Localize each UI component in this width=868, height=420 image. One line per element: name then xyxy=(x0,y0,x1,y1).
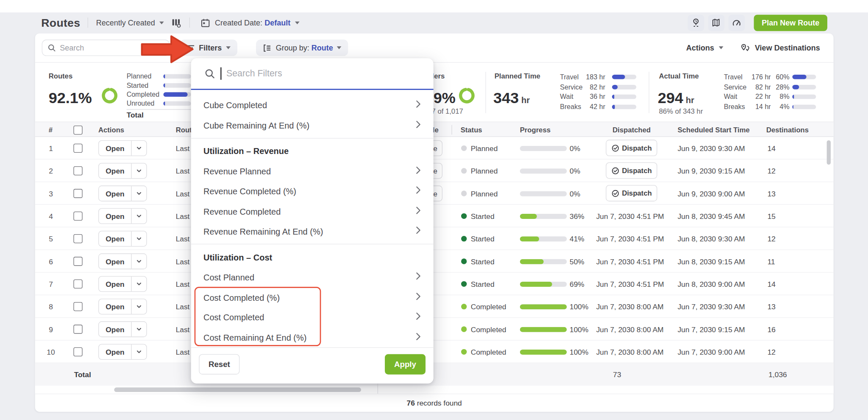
open-button-group: Open xyxy=(98,140,147,156)
row-checkbox[interactable] xyxy=(73,189,82,198)
actions-dropdown[interactable]: Actions xyxy=(686,44,723,52)
filters-button-label: Filters xyxy=(199,44,222,52)
open-button[interactable]: Open xyxy=(99,189,131,198)
planned-time-label: Planned Time xyxy=(495,73,540,81)
row-checkbox[interactable] xyxy=(73,166,82,175)
status-label: Planned xyxy=(471,137,498,160)
horizontal-scrollbar-thumb[interactable] xyxy=(114,387,361,392)
open-button[interactable]: Open xyxy=(99,167,131,175)
route-index: 7 xyxy=(45,273,57,295)
row-checkbox[interactable] xyxy=(73,325,82,333)
created-date-dropdown[interactable]: Created Date: Default xyxy=(201,18,300,28)
dispatched-time: Jun 7, 2030 8:00 AM xyxy=(596,295,664,318)
open-menu-button[interactable] xyxy=(132,190,147,197)
row-checkbox[interactable] xyxy=(73,257,82,266)
actions-label: Actions xyxy=(686,44,714,52)
status-dot xyxy=(461,349,467,355)
open-button[interactable]: Open xyxy=(99,325,131,333)
col-header-destinations[interactable]: Destinations xyxy=(766,122,809,137)
col-header-dispatched[interactable]: Dispatched xyxy=(612,122,651,137)
progress-bar-fill xyxy=(520,327,567,332)
col-header-actions[interactable]: Actions xyxy=(98,122,124,137)
row-checkbox[interactable] xyxy=(73,280,82,288)
gauge-icon xyxy=(732,18,742,28)
columns-settings-button[interactable] xyxy=(171,17,181,28)
col-header-status[interactable]: Status xyxy=(461,122,482,137)
view-destinations-button[interactable]: View Destinations xyxy=(740,43,820,53)
plan-new-route-button[interactable]: Plan New Route xyxy=(754,14,827,31)
group-by-label: Group by: xyxy=(276,44,309,52)
horizontal-scrollbar[interactable] xyxy=(35,386,834,394)
col-header-scheduled[interactable]: Scheduled Start Time xyxy=(678,122,750,137)
filter-menu-item[interactable]: Revenue Planned xyxy=(203,166,271,176)
open-menu-button[interactable] xyxy=(132,235,147,242)
open-button-group: Open xyxy=(98,321,147,337)
route-index: 2 xyxy=(45,160,57,182)
row-checkbox[interactable] xyxy=(73,144,82,153)
scheduled-start-time: Jun 7, 2030 9:00 AM xyxy=(678,341,745,363)
map-icon xyxy=(712,18,721,27)
chevron-down-icon xyxy=(136,168,142,174)
apply-button[interactable]: Apply xyxy=(385,354,426,375)
destinations-count: 12 xyxy=(768,341,776,363)
open-button[interactable]: Open xyxy=(99,347,131,356)
sort-dropdown[interactable]: Recently Created xyxy=(96,18,164,27)
destinations-total: 1,036 xyxy=(768,363,787,386)
open-menu-button[interactable] xyxy=(132,145,147,151)
filter-menu-item[interactable]: Cube Remaining At End (%) xyxy=(203,120,309,130)
open-button[interactable]: Open xyxy=(99,235,131,243)
open-menu-button[interactable] xyxy=(132,258,147,265)
col-header-progress[interactable]: Progress xyxy=(520,122,551,137)
route-index: 8 xyxy=(45,295,57,318)
progress-bar-fill xyxy=(520,349,567,354)
legend-bar-fill xyxy=(792,85,799,90)
dashboard-button[interactable] xyxy=(729,14,745,31)
filter-menu-item[interactable]: Cube Completed xyxy=(203,101,267,110)
open-menu-button[interactable] xyxy=(132,213,147,219)
open-menu-button[interactable] xyxy=(132,326,147,333)
dispatch-check-icon xyxy=(611,144,619,152)
open-button[interactable]: Open xyxy=(99,144,131,152)
chevron-down-icon xyxy=(136,348,142,355)
open-button[interactable]: Open xyxy=(99,257,131,266)
chevron-down-icon xyxy=(136,145,142,151)
legend-value: 22 hr xyxy=(737,93,771,101)
open-menu-button[interactable] xyxy=(132,168,147,174)
open-button[interactable]: Open xyxy=(99,212,131,220)
reset-button[interactable]: Reset xyxy=(199,354,239,375)
open-menu-button[interactable] xyxy=(132,280,147,287)
open-button[interactable]: Open xyxy=(99,280,131,288)
dispatch-button[interactable]: Dispatch xyxy=(606,162,657,179)
open-menu-button[interactable] xyxy=(132,348,147,355)
row-checkbox[interactable] xyxy=(73,347,82,356)
actual-time-label: Actual Time xyxy=(659,73,699,81)
filter-menu-item[interactable]: Revenue Remaining At End (%) xyxy=(203,227,323,236)
select-all-checkbox[interactable] xyxy=(73,125,82,134)
group-by-value: Route xyxy=(312,44,333,52)
dispatch-button[interactable]: Dispatch xyxy=(606,185,657,202)
col-header-select[interactable] xyxy=(73,122,82,137)
col-header-index[interactable]: # xyxy=(49,122,53,137)
filter-menu-item[interactable]: Cost Planned xyxy=(203,272,254,282)
row-checkbox[interactable] xyxy=(73,212,82,221)
legend-value: 183 hr xyxy=(571,73,605,81)
chevron-down-icon xyxy=(136,280,142,287)
status-label: Completed xyxy=(471,341,506,363)
filter-menu-item[interactable]: Revenue Completed (%) xyxy=(203,186,296,196)
row-checkbox[interactable] xyxy=(73,234,82,243)
group-by-dropdown[interactable]: Group by: Route xyxy=(256,39,348,56)
route-index: 9 xyxy=(45,318,57,340)
open-button[interactable]: Open xyxy=(99,302,131,311)
open-button-group: Open xyxy=(98,208,147,224)
route-replay-button[interactable] xyxy=(688,14,704,31)
filter-menu-item[interactable]: Revenue Completed xyxy=(203,207,281,216)
open-button-group: Open xyxy=(98,231,147,246)
chevron-down-icon xyxy=(159,21,164,24)
map-view-button[interactable] xyxy=(708,14,725,31)
row-checkbox[interactable] xyxy=(73,302,82,311)
chevron-right-icon xyxy=(416,120,421,130)
filter-search-input[interactable]: Search Filters xyxy=(205,67,282,80)
open-menu-button[interactable] xyxy=(132,303,147,310)
vertical-scrollbar-thumb[interactable] xyxy=(827,140,831,165)
dispatch-button[interactable]: Dispatch xyxy=(606,140,657,156)
